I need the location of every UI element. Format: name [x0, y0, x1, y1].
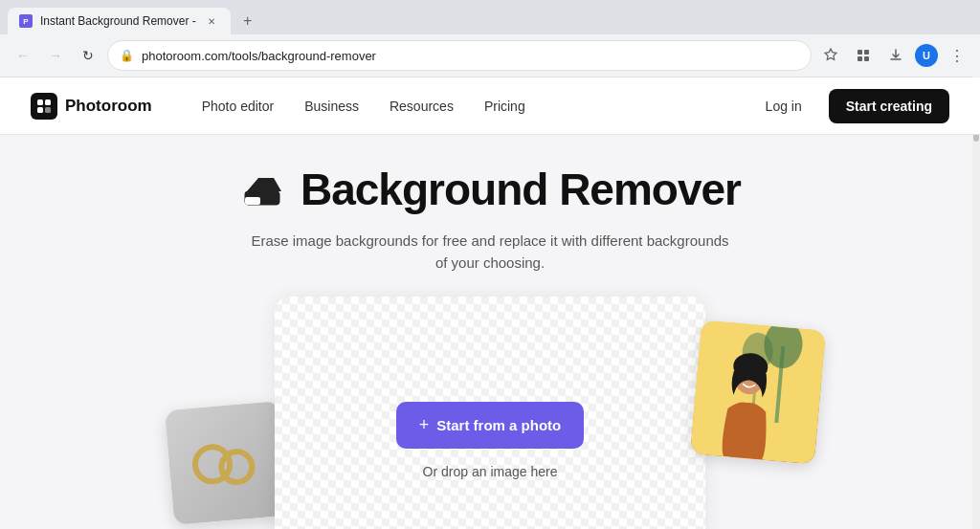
svg-rect-7 [45, 107, 51, 113]
nav-photo-editor[interactable]: Photo editor [190, 91, 286, 121]
browser-chrome: P Instant Background Remover - ✕ + ← → ↻… [0, 0, 980, 77]
logo-text: Photoroom [65, 97, 152, 116]
svg-rect-1 [864, 50, 869, 55]
active-tab[interactable]: P Instant Background Remover - ✕ [8, 8, 231, 34]
start-creating-button[interactable]: Start creating [829, 89, 949, 123]
address-bar-row: ← → ↻ 🔒 photoroom.com/tools/background-r… [0, 34, 980, 77]
main-content: Background Remover Erase image backgroun… [0, 135, 980, 529]
reload-button[interactable]: ↻ [75, 42, 101, 69]
tab-bar: P Instant Background Remover - ✕ + [0, 0, 980, 34]
address-bar[interactable]: 🔒 photoroom.com/tools/background-remover [107, 40, 812, 71]
navbar: Photoroom Photo editor Business Resource… [0, 77, 980, 135]
float-image-person [690, 320, 826, 465]
back-button[interactable]: ← [10, 42, 36, 69]
tab-title: Instant Background Remover - [40, 14, 196, 28]
forward-button[interactable]: → [42, 42, 69, 69]
svg-rect-4 [37, 99, 43, 105]
logo-icon [31, 93, 57, 120]
url-text: photoroom.com/tools/background-remover [142, 49, 799, 63]
tab-favicon: P [19, 14, 33, 28]
tab-close-button[interactable]: ✕ [204, 13, 219, 29]
page-title-row: Background Remover [239, 164, 741, 215]
upload-button-label: Start from a photo [436, 417, 561, 433]
login-button[interactable]: Log in [750, 91, 817, 121]
eraser-icon [239, 166, 285, 212]
profile-button[interactable]: U [915, 44, 938, 67]
jewelry-image [165, 401, 289, 525]
person-image [690, 320, 826, 465]
svg-point-11 [220, 451, 254, 484]
svg-rect-2 [858, 56, 862, 61]
plus-icon: + [419, 415, 430, 435]
scrollbar[interactable] [972, 77, 980, 529]
drop-hint: Or drop an image here [423, 464, 558, 479]
svg-rect-0 [858, 50, 862, 55]
lock-icon: 🔒 [120, 49, 134, 62]
drop-zone-container: + Start from a photo Or drop an image he… [275, 297, 705, 529]
nav-links: Photo editor Business Resources Pricing [190, 91, 750, 121]
bookmark-button[interactable] [817, 42, 844, 69]
logo[interactable]: Photoroom [31, 93, 152, 120]
nav-actions: Log in Start creating [750, 89, 949, 123]
new-tab-button[interactable]: + [234, 8, 261, 34]
drop-zone-content: + Start from a photo Or drop an image he… [396, 402, 585, 479]
nav-business[interactable]: Business [293, 91, 370, 121]
nav-pricing[interactable]: Pricing [473, 91, 537, 121]
extensions-button[interactable] [850, 42, 877, 69]
svg-rect-5 [45, 99, 51, 105]
upload-button[interactable]: + Start from a photo [396, 402, 585, 449]
page-subtitle: Erase image backgrounds for free and rep… [251, 231, 729, 274]
drop-zone[interactable]: + Start from a photo Or drop an image he… [275, 297, 705, 529]
page-title: Background Remover [301, 164, 741, 215]
menu-button[interactable]: ⋮ [944, 42, 970, 69]
page-content: Photoroom Photo editor Business Resource… [0, 77, 980, 529]
float-image-jewelry [165, 401, 289, 525]
svg-rect-9 [245, 197, 260, 205]
download-button[interactable] [882, 42, 909, 69]
svg-rect-3 [864, 56, 869, 61]
nav-resources[interactable]: Resources [378, 91, 465, 121]
svg-rect-6 [37, 107, 43, 113]
